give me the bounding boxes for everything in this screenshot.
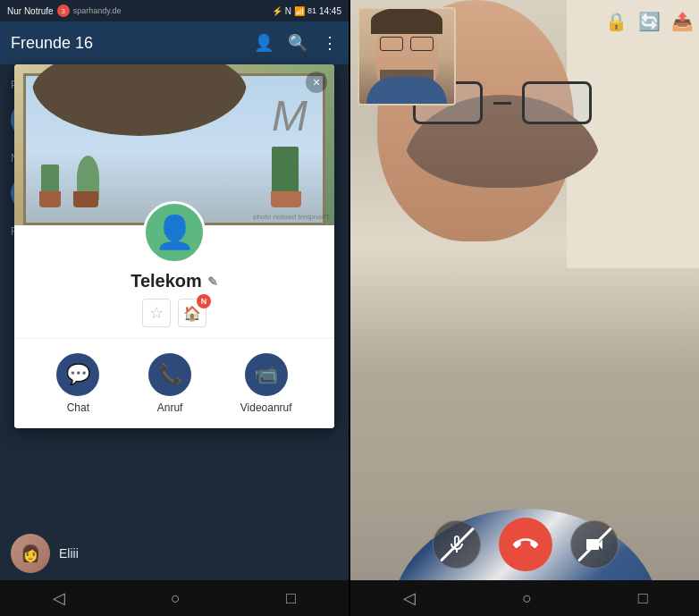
new-badge: N: [197, 294, 211, 308]
elii-avatar: 👩: [11, 534, 50, 573]
call-icon-circle: 📞: [148, 353, 191, 396]
mute-button[interactable]: [433, 520, 481, 569]
bottom-contact-elii[interactable]: 👩 Eliii: [0, 527, 349, 580]
app-name-text: sparhandy.de: [73, 6, 122, 15]
add-person-icon[interactable]: 👤: [254, 33, 274, 53]
share-icon[interactable]: 📤: [671, 11, 694, 32]
app-title: Freunde 16: [11, 34, 254, 53]
status-bar-right: ⚡ N 📶 81 14:45: [272, 6, 341, 16]
home-nav-button[interactable]: ○: [171, 589, 181, 608]
time-display: 14:45: [319, 6, 341, 16]
home-tag[interactable]: 🏠 N: [178, 299, 206, 327]
avatar-person-icon: 👤: [155, 214, 195, 251]
selfie-glasses: [380, 37, 434, 53]
left-panel: Nur Notrufe 3 sparhandy.de ⚡ N 📶 81 14:4…: [0, 0, 349, 616]
plant-pot-2: [73, 191, 98, 207]
top-right-icons: 🔒 🔄 📤: [605, 11, 694, 32]
contact-name: Telekom ✎: [131, 271, 218, 291]
call-controls: [350, 518, 699, 571]
signal-icon: 81: [307, 6, 316, 15]
camera-off-button[interactable]: [570, 520, 619, 569]
right-bottom-nav: ◁ ○ □: [350, 580, 699, 616]
call-label: Anruf: [157, 401, 183, 414]
right-home-nav-button[interactable]: ○: [522, 589, 532, 608]
left-bottom-nav: ◁ ○ □: [0, 580, 349, 616]
right-recents-nav-button[interactable]: □: [638, 589, 648, 608]
wifi-icon: 📶: [294, 6, 305, 16]
right-back-nav-button[interactable]: ◁: [403, 588, 416, 608]
elii-avatar-image: 👩: [11, 534, 50, 573]
selfie-glass-right: [410, 37, 434, 51]
chat-action-button[interactable]: 💬 Chat: [56, 353, 99, 414]
elii-name-text: Eliii: [59, 546, 79, 561]
favorite-tag[interactable]: ☆: [142, 299, 171, 327]
header-icons: 👤 🔍 ⋮: [254, 33, 338, 53]
selfie-glass-left: [380, 37, 403, 51]
selfie-shirt: [366, 77, 447, 104]
notification-text: Nur Notrufe: [7, 6, 54, 16]
card-close-button[interactable]: ×: [306, 72, 327, 93]
plant-pot-1: [39, 191, 61, 207]
card-letter: M: [272, 91, 307, 140]
status-bar-left: Nur Notrufe 3 sparhandy.de: [7, 4, 122, 17]
contact-actions: 💬 Chat 📞 Anruf 📹 Videoanruf: [14, 339, 334, 428]
app-header: Freunde 16 👤 🔍 ⋮: [0, 21, 349, 64]
plant-pot-3: [271, 191, 301, 207]
video-icon: 📹: [254, 363, 278, 386]
contact-avatar: 👤: [143, 201, 206, 264]
selfie-hair: [371, 7, 442, 34]
notification-badge: 3: [57, 4, 70, 17]
back-nav-button[interactable]: ◁: [53, 588, 65, 608]
chat-label: Chat: [67, 401, 89, 414]
lock-icon: 🔒: [605, 11, 627, 32]
bluetooth-icon: ⚡: [272, 6, 282, 16]
status-bar: Nur Notrufe 3 sparhandy.de ⚡ N 📶 81 14:4…: [0, 0, 349, 21]
more-vert-icon[interactable]: ⋮: [322, 33, 338, 53]
call-action-button[interactable]: 📞 Anruf: [148, 353, 191, 414]
video-call-action-button[interactable]: 📹 Videoanruf: [240, 353, 292, 414]
chat-icon-circle: 💬: [56, 353, 99, 396]
rotate-icon[interactable]: 🔄: [638, 11, 661, 32]
video-call-icon-circle: 📹: [245, 353, 288, 396]
right-panel: 🔒 🔄 📤 ◁ ○ □: [350, 0, 699, 616]
recents-nav-button[interactable]: □: [286, 589, 296, 608]
glass-bridge: [493, 102, 511, 105]
contact-tags: ☆ 🏠 N: [142, 299, 206, 327]
chat-icon: 💬: [66, 363, 90, 386]
video-call-label: Videoanruf: [240, 401, 292, 414]
contact-card: M photo noitsed tenipno/IT × 👤 Telekom ✎…: [14, 64, 334, 428]
phone-icon: 📞: [158, 363, 182, 386]
contact-name-text: Telekom: [131, 271, 202, 291]
edit-contact-icon[interactable]: ✎: [207, 274, 218, 289]
hangup-button[interactable]: [499, 518, 552, 571]
glass-lens-right: [522, 81, 592, 124]
nfc-icon: N: [285, 6, 291, 16]
search-icon[interactable]: 🔍: [288, 33, 307, 53]
card-watermark: photo noitsed tenipno/IT: [253, 213, 330, 221]
selfie-camera-view: [358, 7, 456, 105]
avatar-section: 👤 Telekom ✎ ☆ 🏠 N: [14, 225, 334, 338]
